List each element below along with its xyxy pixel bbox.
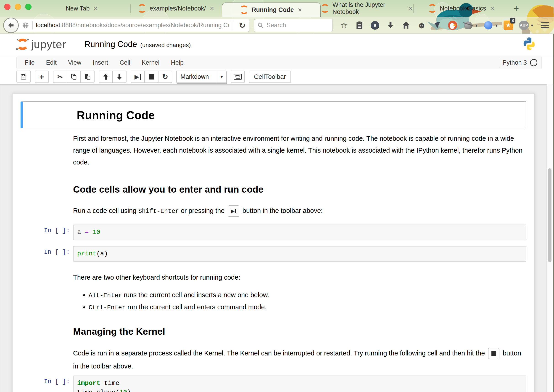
notebook-h1: Running Code	[77, 109, 525, 122]
kbd-ctrl-enter: Ctrl-Enter	[89, 304, 126, 311]
adblock-plus-button[interactable]: ABP	[519, 20, 529, 30]
menu-file[interactable]: File	[19, 59, 41, 66]
address-text[interactable]: localhost:8888/notebooks/docs/source/exa…	[36, 22, 229, 29]
minimize-window-button[interactable]	[15, 4, 21, 10]
tab-title: What is the Jupyter Notebook	[332, 1, 404, 15]
celltoolbar-button[interactable]: CellToolbar	[249, 70, 291, 83]
edit-button-group: ✂	[53, 70, 95, 83]
arrow-down-icon	[116, 73, 123, 80]
loading-spinner-icon	[428, 4, 437, 13]
home-button[interactable]	[401, 20, 411, 30]
kernel-paragraph: Code is run in a separate process called…	[73, 347, 526, 373]
chevron-down-icon[interactable]: ▾	[531, 23, 533, 28]
menu-insert[interactable]: Insert	[87, 59, 114, 66]
select-arrow-icon: ▼	[217, 71, 226, 83]
send-extension-button[interactable]	[432, 20, 442, 30]
code-cell[interactable]: In [ ]: print(a)	[21, 246, 526, 262]
markdown-cell-h2-code[interactable]: Code cells allow you to enter and run co…	[21, 184, 526, 195]
notebook-title-area: Running Code (unsaved changes)	[84, 40, 191, 49]
scrollbar-thumb[interactable]	[548, 168, 552, 262]
maximize-window-button[interactable]	[25, 4, 32, 10]
new-tab-button[interactable]: +	[509, 4, 523, 13]
urlbar-divider	[232, 21, 232, 29]
bookmark-star-button[interactable]: ☆	[339, 20, 349, 30]
save-button[interactable]	[16, 70, 31, 83]
markdown-cell-run-line[interactable]: Run a code cell using Shift-Enter or pre…	[21, 205, 526, 217]
fly-extension-button[interactable]	[463, 20, 473, 30]
tab-close-icon[interactable]: ×	[489, 5, 495, 12]
url-bar[interactable]: localhost:8888/notebooks/docs/source/exa…	[12, 19, 249, 32]
code-cell[interactable]: In [ ]: a = 10	[21, 224, 526, 240]
reload-button[interactable]: ↻	[235, 21, 249, 30]
tab-close-icon[interactable]: ×	[407, 5, 413, 12]
tab-close-icon[interactable]: ×	[297, 6, 303, 13]
page-scrollbar[interactable]	[547, 84, 553, 392]
tab-what-is-jupyter[interactable]: What is the Jupyter Notebook ×	[321, 0, 413, 17]
inline-run-button-icon: ▶	[228, 205, 239, 217]
interrupt-kernel-button[interactable]	[144, 70, 159, 83]
paste-icon	[84, 73, 91, 80]
chevron-down-icon[interactable]: ▾	[495, 23, 498, 28]
menu-button[interactable]	[541, 22, 549, 28]
reading-list-button[interactable]	[355, 20, 364, 30]
copy-icon	[70, 73, 77, 80]
code-input-area[interactable]: print(a)	[73, 246, 526, 262]
notebook-title[interactable]: Running Code	[84, 40, 137, 49]
tab-notebook-basics[interactable]: Notebook Basics ×	[414, 0, 509, 17]
code-input-area[interactable]: import time time.sleep(10)	[73, 376, 526, 392]
move-cell-up-button[interactable]	[99, 70, 113, 83]
pocket-button[interactable]: ∨	[370, 20, 380, 30]
blue-extension-button[interactable]	[484, 20, 493, 30]
tab-close-icon[interactable]: ×	[93, 5, 99, 12]
python-logo-icon	[522, 36, 536, 51]
markdown-cell-title[interactable]: Running Code	[21, 101, 526, 128]
tab-new-tab[interactable]: New Tab ×	[34, 0, 130, 17]
tab-running-code-active[interactable]: Running Code ×	[222, 2, 321, 17]
duckduckgo-button[interactable]	[448, 20, 457, 30]
smiley-extension-button[interactable]: ☻	[417, 20, 426, 30]
insert-cell-button[interactable]: +	[35, 70, 49, 83]
close-window-button[interactable]	[4, 4, 11, 10]
copy-cell-button[interactable]	[67, 70, 81, 83]
downloads-button[interactable]	[386, 20, 395, 30]
cell-type-select[interactable]: Markdown ▼	[176, 70, 227, 83]
url-path: :8888/notebooks/docs/source/examples/Not…	[60, 22, 229, 28]
search-field[interactable]: Search	[254, 19, 333, 32]
list-item: Ctrl-Enter run the current cell and ente…	[89, 301, 526, 313]
tab-examples-notebook[interactable]: examples/Notebook/ ×	[131, 0, 222, 17]
stop-icon	[149, 74, 154, 79]
star-badge-extension-button[interactable]: ★ 8	[504, 20, 513, 30]
markdown-cell-intro[interactable]: First and foremost, the Jupyter Notebook…	[21, 133, 526, 168]
notification-badge: 8	[510, 18, 515, 23]
jupyter-logo-text: jupyter	[31, 38, 66, 51]
restart-kernel-button[interactable]: ↻	[158, 70, 172, 83]
tab-close-icon[interactable]: ×	[209, 5, 215, 12]
pocket-icon: ∨	[371, 21, 379, 30]
tab-title: Notebook Basics	[440, 5, 486, 12]
globe-icon	[22, 22, 29, 29]
paste-cell-button[interactable]	[80, 70, 95, 83]
urlbar-divider	[32, 21, 33, 29]
star-icon: ☆	[340, 21, 348, 30]
input-prompt: In [ ]:	[21, 224, 73, 240]
menu-cell[interactable]: Cell	[114, 59, 136, 66]
cut-cell-button[interactable]: ✂	[53, 70, 67, 83]
code-input-area[interactable]: a = 10	[73, 224, 526, 240]
star-badge-icon: ★ 8	[504, 21, 513, 30]
markdown-cell-h2-kernel[interactable]: Managing the Kernel	[21, 326, 526, 337]
back-button[interactable]	[3, 18, 19, 33]
markdown-cell-kernel-para[interactable]: Code is run in a separate process called…	[21, 347, 526, 373]
kernel-separator	[499, 58, 499, 67]
menu-edit[interactable]: Edit	[41, 59, 62, 66]
move-cell-down-button[interactable]	[112, 70, 126, 83]
menu-kernel[interactable]: Kernel	[136, 59, 165, 66]
adblock-plus-icon: ABP	[519, 21, 529, 30]
run-cell-button[interactable]: ▶	[131, 70, 145, 83]
chevron-down-icon[interactable]: ▾	[475, 23, 478, 28]
command-palette-button[interactable]	[231, 70, 245, 83]
jupyter-logo[interactable]: jupyter	[16, 38, 66, 51]
code-cell[interactable]: In [ ]: import time time.sleep(10)	[21, 376, 526, 392]
markdown-cell-shortcuts[interactable]: There are two other keyboard shortcuts f…	[21, 271, 526, 313]
menu-help[interactable]: Help	[165, 59, 189, 66]
menu-view[interactable]: View	[62, 59, 87, 66]
